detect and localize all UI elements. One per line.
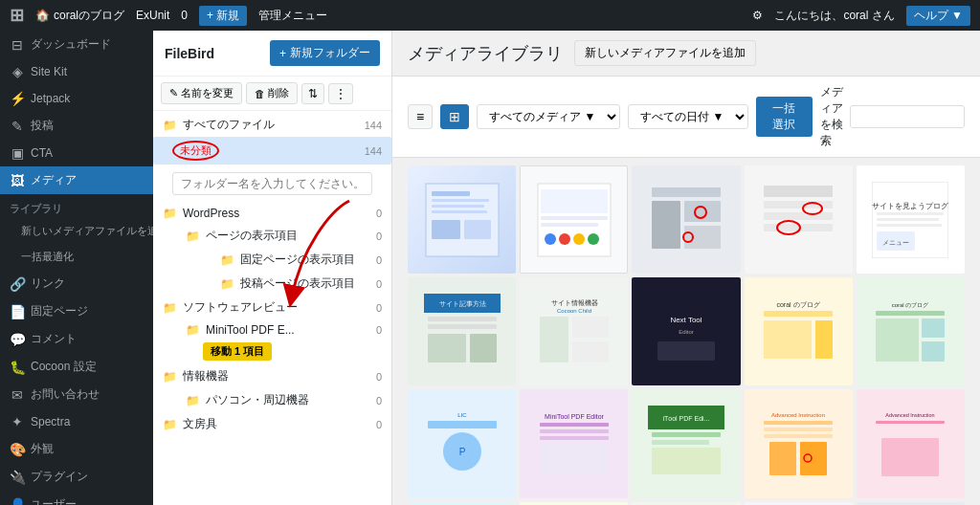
sidebar-item-appearance[interactable]: 🎨 外観: [0, 435, 153, 463]
tree-page-display-item[interactable]: 📁 ページの表示項目 0: [176, 224, 391, 248]
tree-pc-peripherals[interactable]: 📁 パソコン・周辺機器 0: [176, 388, 391, 412]
svg-rect-4: [432, 210, 487, 213]
filebird-toolbar: ✎ 名前を変更 🗑 削除 ⇅ ⋮: [153, 77, 391, 111]
sidebar-item-spectra[interactable]: ✦ Spectra: [0, 408, 153, 435]
sidebar-item-dashboard[interactable]: ⊟ ダッシュボード: [0, 31, 153, 58]
media-thumb-2[interactable]: [520, 165, 628, 274]
rename-icon: ✎: [169, 87, 178, 99]
svg-rect-62: [922, 341, 945, 362]
media-thumb-1[interactable]: [408, 165, 516, 274]
settings-icon[interactable]: ⚙: [752, 9, 763, 22]
media-thumb-3[interactable]: [632, 165, 740, 274]
svg-point-13: [573, 233, 585, 245]
sidebar-item-pages[interactable]: 📄 固定ページ: [0, 297, 153, 325]
svg-rect-10: [541, 223, 598, 227]
svg-rect-89: [876, 421, 945, 424]
sidebar-item-posts[interactable]: ✎ 投稿: [0, 112, 153, 140]
media-thumb-7[interactable]: サイト情報機器 Cocoon Child: [520, 277, 628, 385]
site-name[interactable]: 🏠 coralのブログ: [35, 8, 124, 24]
sidebar-item-media[interactable]: 🖼 メディア: [0, 166, 153, 194]
list-view-btn[interactable]: ≡: [408, 104, 433, 129]
comments-icon: 💬: [10, 332, 25, 347]
folder-icon-ie: 📁: [163, 370, 177, 384]
cocoon-icon: 🐛: [10, 360, 25, 375]
media-thumb-11[interactable]: LIC P: [408, 389, 516, 497]
sidebar-item-add-media[interactable]: 新しいメディアファイルを追加: [0, 218, 153, 244]
sidebar-item-cocoon[interactable]: 🐛 Cocoon 設定: [0, 353, 153, 381]
svg-text:coral のブログ: coral のブログ: [892, 301, 930, 308]
sidebar-section-library: ライブラリ: [0, 194, 153, 218]
pages-icon: 📄: [10, 304, 25, 319]
folder-icon-ppd: 📁: [220, 277, 234, 291]
svg-point-14: [588, 233, 599, 245]
exunit-label[interactable]: ExUnit: [136, 9, 169, 22]
sidebar-item-plugins[interactable]: 🔌 プラグイン: [0, 463, 153, 491]
sidebar-item-sitekit[interactable]: ◈ Site Kit: [0, 58, 153, 85]
filebird-header: FileBird + 新規フォルダー: [153, 31, 391, 77]
media-thumb-5[interactable]: サイトを見ようプログ メニュー: [857, 165, 965, 274]
sitekit-icon: ◈: [10, 64, 25, 79]
new-item-btn[interactable]: + 新規: [199, 6, 247, 26]
media-thumb-6[interactable]: サイト記事方法: [408, 277, 516, 385]
media-thumb-19[interactable]: [745, 502, 853, 505]
wp-logo-icon[interactable]: ⊞: [10, 5, 24, 26]
svg-text:Editor: Editor: [679, 329, 694, 335]
all-files-label: 📁 すべてのファイル: [163, 117, 275, 133]
media-thumb-9[interactable]: coral のブログ: [745, 277, 853, 385]
folder-icon-wp: 📁: [163, 207, 177, 220]
tree-post-page-item[interactable]: 📁 投稿ページの表示項目 0: [211, 272, 391, 296]
rename-btn[interactable]: ✎ 名前を変更: [161, 82, 242, 104]
tree-software-review[interactable]: 📁 ソフトウェアレビュー 0: [153, 296, 391, 319]
svg-rect-23: [764, 186, 833, 197]
tree-fixed-page-item[interactable]: 📁 固定ページの表示項目 0: [211, 248, 391, 272]
delete-btn[interactable]: 🗑 削除: [246, 82, 298, 104]
media-library-panel: メディアライブラリ 新しいメディアファイルを追加 ≡ ⊞ すべてのメディア ▼ …: [392, 31, 980, 505]
folder-icon: 📁: [163, 119, 177, 132]
admin-menu-label[interactable]: 管理メニュー: [258, 8, 327, 24]
bulk-select-btn[interactable]: 一括選択: [756, 97, 813, 137]
sidebar-item-links[interactable]: 🔗 リンク: [0, 270, 153, 297]
sidebar-item-cta[interactable]: ▣ CTA: [0, 140, 153, 166]
media-thumb-13[interactable]: iТool PDF Edi...: [632, 389, 740, 497]
svg-rect-5: [432, 220, 460, 239]
tree-info-equipment[interactable]: 📁 情報機器 0: [153, 364, 391, 388]
media-thumb-10[interactable]: coral のブログ: [857, 277, 965, 385]
media-thumb-8[interactable]: Next Tool Editor: [632, 277, 740, 385]
svg-rect-32: [877, 218, 939, 221]
media-thumb-17[interactable]: Advanced Instruction: [520, 502, 628, 505]
svg-rect-82: [764, 428, 833, 431]
sidebar-item-comments[interactable]: 💬 コメント: [0, 325, 153, 353]
help-btn[interactable]: ヘルプ ▼: [906, 6, 970, 26]
tree-all-files[interactable]: 📁 すべてのファイル 144: [153, 113, 391, 137]
media-thumb-18[interactable]: [632, 502, 740, 505]
notif-count[interactable]: 0: [181, 9, 188, 22]
grid-view-btn[interactable]: ⊞: [440, 104, 469, 129]
more-btn[interactable]: ⋮: [328, 83, 353, 104]
tree-stationery[interactable]: 📁 文房具 0: [153, 412, 391, 436]
sidebar-item-jetpack[interactable]: ⚡ Jetpack: [0, 85, 153, 112]
media-thumb-16[interactable]: Advanced Instruction: [408, 502, 516, 505]
filter-date[interactable]: すべての日付 ▼: [628, 104, 748, 129]
folder-name-input[interactable]: [172, 172, 372, 195]
svg-rect-17: [652, 201, 680, 249]
media-thumb-4[interactable]: [745, 165, 853, 274]
media-thumb-20[interactable]: [857, 502, 965, 505]
tree-wordpress[interactable]: 📁 WordPress 0: [153, 203, 391, 224]
media-thumb-14[interactable]: Advanced Instruction: [745, 389, 853, 497]
media-title: メディアライブラリ: [408, 42, 563, 65]
media-thumb-12[interactable]: MiniTool PDF Editor: [520, 389, 628, 497]
svg-rect-77: [652, 440, 709, 445]
add-media-btn[interactable]: 新しいメディアファイルを追加: [574, 40, 756, 66]
sidebar-item-optimize[interactable]: 一括最適化: [0, 244, 153, 270]
svg-rect-40: [428, 334, 466, 362]
sort-btn[interactable]: ⇅: [301, 83, 324, 104]
new-folder-btn[interactable]: + 新規フォルダー: [270, 40, 380, 66]
tree-minitool-item[interactable]: 📁 MiniTool PDF E... 0: [176, 319, 391, 340]
media-thumb-15[interactable]: Advanced Instruction: [857, 389, 965, 497]
svg-text:LIC: LIC: [457, 412, 467, 418]
sidebar-item-users[interactable]: 👤 ユーザー: [0, 491, 153, 505]
search-media-input[interactable]: [850, 105, 965, 128]
sidebar-item-inquiries[interactable]: ✉ お問い合わせ: [0, 381, 153, 408]
filter-media-type[interactable]: すべてのメディア ▼: [477, 104, 620, 129]
tree-uncategorized[interactable]: 未分類 144: [153, 137, 391, 165]
